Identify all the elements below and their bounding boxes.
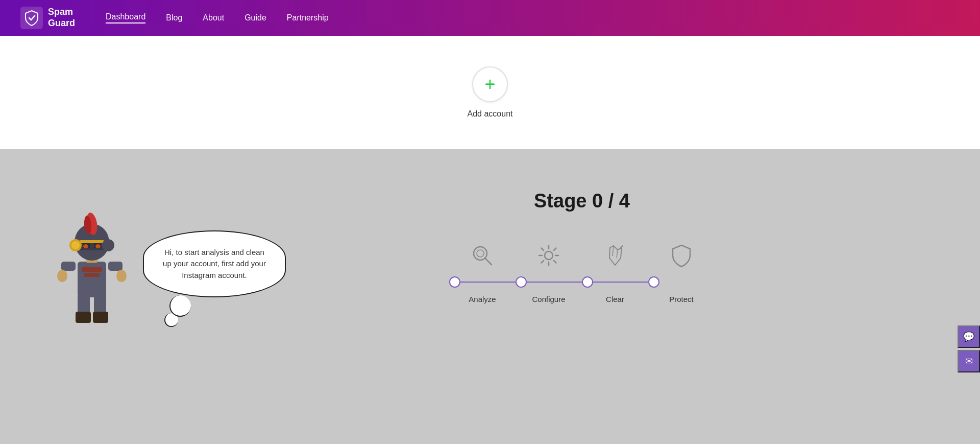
svg-point-11 (116, 270, 127, 282)
clear-line (593, 282, 648, 283)
mail-icon: ✉ (965, 356, 973, 367)
add-account-circle: + (472, 66, 508, 102)
chat-float-button[interactable]: 💬 (958, 325, 980, 348)
configure-line (527, 282, 582, 283)
logo-icon (20, 7, 43, 29)
stage-protect: Protect (648, 243, 715, 303)
stages-row: Analyze Configure (449, 243, 715, 303)
svg-point-23 (71, 241, 80, 249)
plus-icon: + (484, 75, 495, 94)
logo-text: Spam Guard (48, 7, 75, 29)
logo: Spam Guard (20, 7, 75, 29)
bottom-section: Hi, to start analysis and clean up your … (0, 149, 980, 444)
protect-icon (669, 243, 694, 268)
svg-rect-2 (82, 267, 102, 272)
nav-partnership[interactable]: Partnership (287, 13, 329, 22)
main-nav: Dashboard Blog About Guide Partnership (106, 12, 329, 24)
float-buttons: 💬 ✉ (958, 325, 980, 372)
mail-float-button[interactable]: ✉ (958, 350, 980, 372)
configure-label: Configure (532, 295, 565, 303)
svg-line-26 (485, 259, 492, 265)
svg-point-24 (102, 239, 114, 251)
add-account-button[interactable]: + Add account (468, 66, 513, 119)
stage-area: Stage 0 / 4 Analyze (286, 190, 929, 303)
svg-rect-19 (80, 240, 104, 243)
nav-about[interactable]: About (203, 13, 224, 22)
nav-blog[interactable]: Blog (166, 13, 182, 22)
nav-dashboard[interactable]: Dashboard (106, 12, 145, 24)
svg-line-30 (617, 250, 618, 258)
configure-dot (516, 276, 527, 288)
chat-icon: 💬 (963, 331, 974, 342)
clear-label: Clear (606, 295, 624, 303)
header: Spam Guard Dashboard Blog About Guide Pa… (0, 0, 980, 36)
svg-rect-8 (61, 262, 76, 271)
configure-icon (536, 243, 561, 268)
stage-configure: Configure (516, 243, 582, 303)
add-account-label: Add account (468, 109, 513, 119)
stage-analyze: Analyze (449, 243, 516, 303)
top-section: + Add account (0, 36, 980, 149)
svg-line-29 (612, 246, 614, 256)
svg-rect-6 (76, 312, 91, 323)
svg-point-27 (477, 250, 484, 257)
svg-point-28 (545, 251, 553, 260)
svg-rect-7 (93, 312, 108, 323)
speech-text: Hi, to start analysis and clean up your … (163, 248, 266, 279)
svg-rect-3 (84, 273, 100, 277)
speech-bubble: Hi, to start analysis and clean up your … (143, 230, 286, 298)
svg-point-20 (83, 244, 88, 248)
nav-guide[interactable]: Guide (244, 13, 266, 22)
stage-title: Stage 0 / 4 (534, 190, 630, 212)
svg-point-21 (95, 244, 101, 248)
protect-dot (648, 276, 659, 288)
svg-point-10 (57, 270, 67, 282)
analyze-icon (470, 243, 495, 268)
svg-rect-9 (108, 262, 122, 271)
analyze-line (460, 282, 516, 283)
knight-svg (51, 200, 133, 328)
svg-point-25 (474, 247, 487, 260)
clear-icon (602, 243, 628, 268)
analyze-label: Analyze (469, 295, 496, 303)
stage-clear: Clear (582, 243, 648, 303)
knight-character (51, 200, 133, 328)
analyze-dot (449, 276, 460, 288)
protect-label: Protect (669, 295, 694, 303)
clear-dot (582, 276, 593, 288)
character-area: Hi, to start analysis and clean up your … (51, 200, 286, 328)
